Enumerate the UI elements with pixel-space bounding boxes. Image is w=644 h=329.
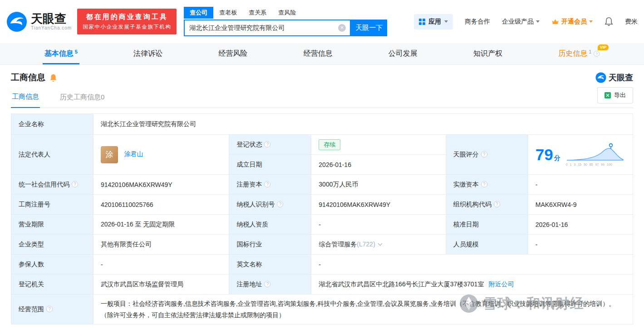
- help-icon[interactable]: ?: [494, 201, 500, 207]
- legal-rep-link[interactable]: 涂君山: [124, 150, 143, 157]
- tab-intellectual-property[interactable]: 知识产权: [472, 43, 504, 64]
- help-icon[interactable]: ?: [264, 281, 270, 287]
- nearby-companies-link[interactable]: 附近公司: [488, 280, 514, 288]
- excel-icon: [605, 92, 611, 98]
- tianyancha-logo[interactable]: 天眼查 TianYanCha.com: [6, 11, 72, 32]
- legal-rep-avatar[interactable]: 涂: [101, 146, 118, 163]
- tab-label: 法律诉讼: [133, 49, 162, 59]
- help-icon[interactable]: ?: [481, 151, 487, 157]
- reg-authority-value: 武汉市武昌区市场监督管理局: [93, 275, 229, 295]
- enterprise-products-link[interactable]: 企业级产品: [502, 18, 540, 26]
- score-value: 79分 0 1 3 15 50 85 97 99 100: [528, 135, 633, 175]
- section-title: 工商信息: [11, 72, 45, 83]
- table-row: 营业期限 2026-01-16 至 无固定期限 纳税人资质 - 核准日期 202…: [11, 215, 633, 235]
- business-term-value: 2026-01-16 至 无固定期限: [93, 215, 229, 235]
- search-input-wrap: ×: [184, 20, 351, 36]
- notification-bell-icon[interactable]: [605, 17, 613, 26]
- apps-grid-icon: [419, 19, 425, 25]
- export-label: 导出: [614, 91, 626, 99]
- taxpayer-id-label: 纳税人识别号?: [229, 195, 311, 215]
- user-name[interactable]: 费米: [625, 18, 638, 26]
- established-value: 2026-01-16: [311, 155, 446, 175]
- reg-capital-value: 3000万人民币: [311, 175, 446, 195]
- enterprise-products-label: 企业级产品: [502, 18, 534, 26]
- content: 工商信息 天眼查 工商信息 历史工商信息0 导出: [0, 72, 644, 324]
- company-type-label: 企业类型: [11, 235, 93, 255]
- chevron-down-icon[interactable]: [378, 241, 382, 246]
- tab-operation-risk[interactable]: 经营风险: [216, 43, 249, 64]
- staff-size-label: 人员规模: [446, 235, 528, 255]
- reg-address-label: 注册地址?: [229, 275, 311, 295]
- help-icon[interactable]: ?: [264, 141, 270, 147]
- score-number[interactable]: 79分: [536, 146, 560, 164]
- search-tab-risk[interactable]: 查风险: [272, 7, 302, 19]
- company-name-label: 企业名称: [11, 114, 93, 135]
- status-badge: 存续: [319, 139, 340, 150]
- reg-address-value: 湖北省武汉市武昌区中北路166号长江产业大厦37楼3701室附近公司: [311, 275, 633, 295]
- industry-code: (L722): [357, 241, 375, 248]
- english-name-value: -: [311, 255, 633, 275]
- industry-label: 国标行业: [229, 235, 311, 255]
- search-tab-boss[interactable]: 查老板: [213, 7, 243, 19]
- tianyancha-logo-icon: [595, 72, 606, 83]
- main-nav: 基本信息5 法律诉讼 经营风险 经营信息 公司发展 知识产权 VIP 历史信息1…: [0, 43, 644, 65]
- org-code-label: 组织机构代码?: [446, 195, 528, 215]
- tab-basic-info[interactable]: 基本信息5: [43, 43, 79, 64]
- subtab-history-business-info[interactable]: 历史工商信息0: [59, 93, 105, 108]
- table-row: 统一社会信用代码? 91420106MAK6XRW49Y 注册资本? 3000万…: [11, 175, 633, 195]
- promo-line1: 都在用的商业查询工具: [83, 13, 171, 21]
- topbar: 天眼查 TianYanCha.com 都在用的商业查询工具 国家中小企业发展子基…: [0, 0, 644, 43]
- help-icon[interactable]: ?: [594, 51, 600, 57]
- subtab-business-info[interactable]: 工商信息: [11, 93, 40, 108]
- business-scope-label: 经营范围?: [11, 295, 93, 324]
- chevron-down-icon: [444, 20, 448, 23]
- taxpayer-quality-value: -: [311, 215, 446, 235]
- help-icon[interactable]: ?: [277, 201, 283, 207]
- taxpayer-quality-label: 纳税人资质: [229, 215, 311, 235]
- search-button[interactable]: 天眼一下: [351, 20, 387, 36]
- tianyancha-logo-icon: [6, 11, 27, 32]
- table-row: 企业类型 其他有限责任公司 国标行业 综合管理服务(L722) 人员规模 -: [11, 235, 633, 255]
- tab-count-badge: 1: [589, 49, 591, 54]
- table-row: 登记机关 武汉市武昌区市场监督管理局 注册地址? 湖北省武汉市武昌区中北路166…: [11, 275, 633, 295]
- score-label: 天眼评分?: [446, 135, 528, 175]
- logo-text: 天眼查 TianYanCha.com: [31, 13, 72, 30]
- search-tab-relation[interactable]: 查关系: [243, 7, 272, 19]
- help-icon[interactable]: ?: [264, 181, 270, 187]
- search-area: 查公司 查老板 查关系 查风险 × 天眼一下: [184, 7, 387, 36]
- help-icon[interactable]: ?: [481, 181, 487, 187]
- vip-badge: VIP: [598, 44, 609, 50]
- approval-date-label: 核准日期: [446, 215, 528, 235]
- reg-status-label: 登记状态?: [229, 135, 311, 155]
- export-button[interactable]: 导出: [597, 87, 633, 103]
- apps-button[interactable]: 应用: [414, 14, 453, 29]
- search-input[interactable]: [185, 25, 350, 32]
- brand-domain: TianYanCha.com: [31, 25, 72, 30]
- table-row: 工商注册号 420106110025766 纳税人识别号? 91420106MA…: [11, 195, 633, 215]
- chevron-down-icon: [589, 20, 593, 23]
- english-name-label: 英文名称: [229, 255, 311, 275]
- business-info-table: 企业名称 湖北长江企业管理研究院有限公司 法定代表人 涂 涂君山 登记状态? 存…: [11, 113, 633, 324]
- paid-capital-value: -: [528, 175, 633, 195]
- tab-company-development[interactable]: 公司发展: [387, 43, 419, 64]
- monitor-bell-icon[interactable]: [49, 74, 57, 82]
- table-row: 经营范围? 一般项目：社会经济咨询服务,信息技术咨询服务,企业管理咨询,咨询策划…: [11, 295, 633, 324]
- subtabs: 工商信息 历史工商信息0 导出: [11, 89, 633, 108]
- tab-operation-info[interactable]: 经营信息: [302, 43, 334, 64]
- vip-upgrade-link[interactable]: 开通会员: [551, 18, 593, 26]
- search-tab-company[interactable]: 查公司: [184, 7, 213, 19]
- business-cooperation-link[interactable]: 商务合作: [465, 18, 490, 26]
- crown-icon: [551, 19, 559, 25]
- help-icon[interactable]: ?: [72, 181, 78, 187]
- reg-capital-label: 注册资本?: [229, 175, 311, 195]
- help-icon[interactable]: ?: [46, 306, 53, 312]
- approval-date-value: 2026-01-16: [528, 215, 633, 235]
- reg-number-value: 420106110025766: [93, 195, 229, 215]
- tab-legal-litigation[interactable]: 法律诉讼: [132, 43, 164, 64]
- tab-label: 经营信息: [304, 49, 333, 59]
- bell-icon: [605, 17, 613, 26]
- table-row: 企业名称 湖北长江企业管理研究院有限公司: [11, 114, 633, 135]
- tab-history-info[interactable]: VIP 历史信息1 ?: [556, 43, 601, 64]
- org-code-value: MAK6XRW4-9: [528, 195, 633, 215]
- insured-count-value: -: [93, 255, 229, 275]
